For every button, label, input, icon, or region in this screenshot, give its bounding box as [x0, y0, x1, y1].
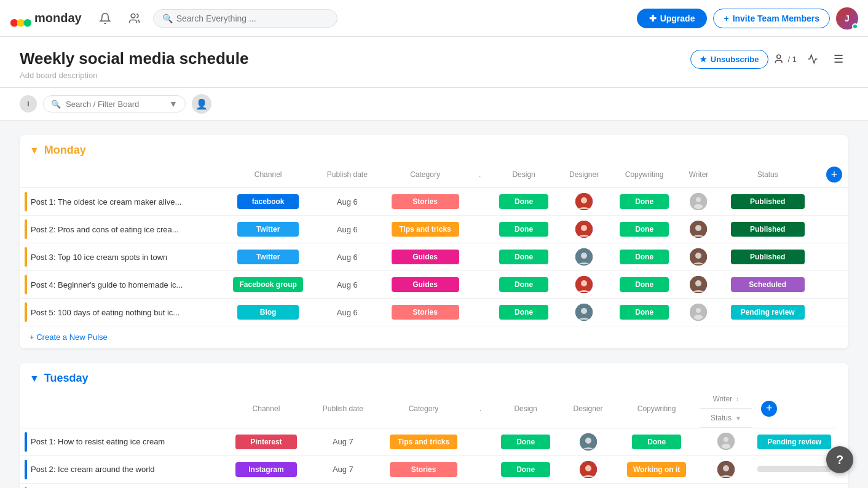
table-row: Post 3: If ice cream didn't exist, would… [20, 483, 848, 488]
design-badge[interactable]: Done [501, 435, 550, 449]
category-badge[interactable]: Guides [392, 277, 459, 292]
unsubscribe-button[interactable]: ★ Unsubscribe [690, 50, 768, 69]
channel-badge[interactable]: Blog [237, 305, 299, 320]
th-design-tuesday: Design [489, 390, 562, 428]
row-stripe [25, 219, 27, 239]
filter-dropdown-button[interactable]: ▼ [169, 99, 178, 109]
category-badge[interactable]: Stories [392, 305, 459, 320]
th-status-monday: Status [717, 162, 818, 188]
design-badge[interactable]: Done [499, 222, 548, 237]
avatar-av-cat [690, 193, 707, 210]
team-button[interactable] [124, 7, 146, 30]
design-badge[interactable]: Done [499, 305, 548, 320]
copywriting-badge[interactable]: Working on it [627, 462, 686, 477]
channel-badge[interactable]: Instagram [235, 462, 297, 477]
svg-point-31 [722, 444, 730, 449]
row-title[interactable]: Post 4: Beginner's guide to homemade ic.… [31, 280, 183, 289]
status-sort-icon[interactable]: ▼ [735, 415, 741, 422]
status-badge[interactable]: Published [731, 250, 805, 264]
group-tuesday-toggle[interactable]: ▼ [30, 373, 39, 384]
row-title[interactable]: Post 2: Pros and cons of eating ice crea… [31, 225, 179, 234]
channel-badge[interactable]: Twitter [237, 250, 299, 264]
svg-point-13 [695, 225, 701, 231]
row-title[interactable]: Post 1: The oldest ice cream maker alive… [31, 197, 181, 207]
bell-icon [99, 12, 111, 25]
design-badge[interactable]: Done [499, 194, 548, 209]
upgrade-button[interactable]: ✚ Upgrade [637, 9, 708, 28]
row-title[interactable]: Post 3: Top 10 ice cream spots in town [31, 253, 167, 262]
design-badge[interactable]: Done [501, 462, 550, 477]
logo[interactable]: monday [10, 7, 82, 30]
invite-button[interactable]: + Invite Team Members [713, 9, 830, 28]
board-description[interactable]: Add board description [20, 71, 248, 80]
th-add-tuesday: + [752, 390, 836, 428]
add-column-tuesday-button[interactable]: + [761, 401, 777, 417]
avatar[interactable]: J [836, 7, 858, 30]
copywriting-badge[interactable]: Done [620, 305, 669, 320]
svg-point-8 [696, 197, 701, 202]
category-badge[interactable]: Stories [390, 462, 457, 477]
avatar-av-1 [580, 461, 597, 478]
avatar-av-2 [580, 433, 597, 451]
filter-input[interactable] [66, 100, 164, 109]
th-publishdate-monday: Publish date [315, 162, 379, 188]
svg-point-35 [723, 465, 729, 471]
copywriting-badge[interactable]: Done [620, 194, 669, 209]
design-badge[interactable]: Done [499, 250, 548, 264]
empty-add-cell [818, 216, 848, 243]
group-tuesday-table-wrap: Channel Publish date Category . Design D… [20, 390, 848, 488]
create-pulse-label[interactable]: + Create a New Pulse [20, 326, 848, 348]
filter-bar: 🔍 ▼ [43, 95, 186, 112]
add-column-monday-button[interactable]: + [826, 167, 842, 183]
row-stripe [25, 460, 27, 479]
status-badge[interactable]: Scheduled [731, 277, 805, 292]
th-channel-monday: Channel [221, 162, 316, 188]
info-button[interactable]: i [20, 95, 37, 112]
person-filter-button[interactable]: 👤 [192, 94, 211, 114]
copywriting-badge[interactable]: Done [620, 250, 669, 264]
dot-cell [471, 188, 489, 216]
svg-point-33 [585, 465, 591, 471]
row-title[interactable]: Post 1: How to resist eating ice cream [31, 437, 165, 446]
copywriting-badge[interactable]: Done [632, 435, 681, 449]
status-badge[interactable]: Published [731, 194, 805, 209]
status-badge[interactable] [757, 466, 831, 472]
status-badge[interactable]: Pending review [757, 435, 831, 449]
th-category-tuesday: Category [376, 390, 471, 428]
table-row: Post 1: The oldest ice cream maker alive… [20, 188, 848, 216]
copywriting-badge[interactable]: Done [620, 277, 669, 292]
search-input[interactable] [176, 14, 299, 23]
channel-badge[interactable]: Pinterest [235, 435, 297, 449]
activity-button[interactable] [803, 49, 823, 69]
status-badge[interactable]: Published [731, 222, 805, 237]
empty-add-cell [836, 483, 848, 488]
channel-badge[interactable]: Facebook group [233, 277, 302, 292]
star-icon: ★ [700, 55, 707, 64]
notifications-button[interactable] [94, 7, 116, 30]
design-badge[interactable]: Done [499, 277, 548, 292]
board-team-button[interactable]: / 1 [775, 53, 797, 65]
create-pulse-row[interactable]: + Create a New Pulse [20, 326, 848, 348]
avatar-av-3 [717, 461, 735, 478]
table-row: Post 5: 100 days of eating nothing but i… [20, 299, 848, 326]
more-button[interactable]: ☰ [829, 49, 848, 69]
category-badge[interactable]: Guides [392, 250, 459, 264]
tbody-monday: Post 1: The oldest ice cream maker alive… [20, 188, 848, 348]
category-badge[interactable]: Tips and tricks [390, 435, 457, 449]
group-monday-toggle[interactable]: ▼ [30, 145, 39, 156]
channel-badge[interactable]: facebook [237, 194, 299, 209]
group-tuesday-table: Channel Publish date Category . Design D… [20, 390, 848, 488]
copywriting-badge[interactable]: Done [620, 222, 669, 237]
th-post-tuesday [20, 390, 222, 428]
category-badge[interactable]: Stories [392, 194, 459, 209]
group-monday: ▼ Monday Channel Publish date Category .… [20, 135, 848, 348]
channel-badge[interactable]: Twitter [237, 222, 299, 237]
writer-sort-icon[interactable]: ↕ [736, 396, 739, 403]
status-badge[interactable]: Pending review [731, 305, 805, 320]
designer-cell [564, 248, 604, 266]
help-button[interactable]: ? [826, 446, 853, 473]
dot-cell [471, 455, 489, 483]
category-badge[interactable]: Tips and tricks [392, 222, 459, 237]
row-title[interactable]: Post 5: 100 days of eating nothing but i… [31, 308, 180, 317]
row-title[interactable]: Post 2: Ice cream around the world [31, 465, 155, 474]
